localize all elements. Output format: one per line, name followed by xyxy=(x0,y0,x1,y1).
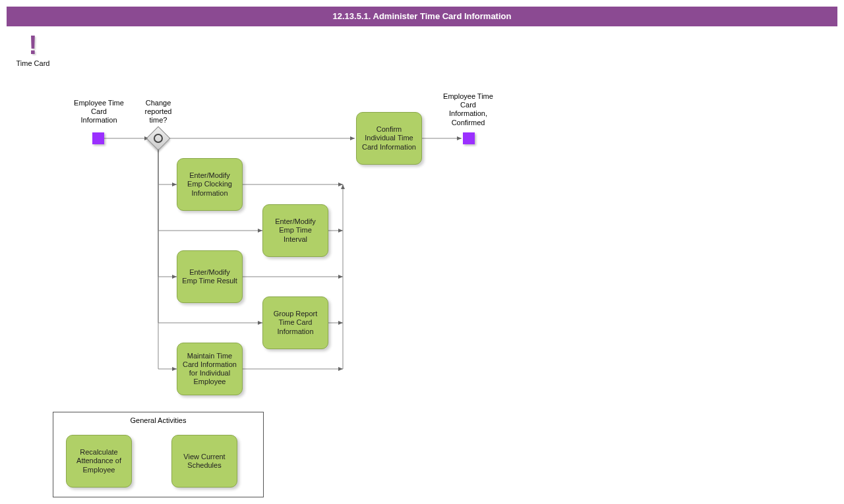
activity-maintain-label: Maintain Time Card Information for Indiv… xyxy=(181,352,238,387)
activity-result-label: Enter/Modify Emp Time Result xyxy=(181,268,238,285)
time-card-label: Time Card xyxy=(13,59,53,67)
activity-interval[interactable]: Enter/Modify Emp Time Interval xyxy=(262,204,328,257)
activity-clocking[interactable]: Enter/Modify Emp Clocking Information xyxy=(177,158,243,211)
activity-interval-label: Enter/Modify Emp Time Interval xyxy=(267,217,324,244)
activity-group-report[interactable]: Group Report Time Card Information xyxy=(262,296,328,349)
activity-group-report-label: Group Report Time Card Information xyxy=(267,310,324,336)
group-title: General Activities xyxy=(53,412,263,424)
end-event[interactable] xyxy=(463,132,475,144)
start-label: Employee Time Card Information xyxy=(73,99,125,125)
end-label: Employee Time Card Information, Confirme… xyxy=(442,92,495,127)
activity-result[interactable]: Enter/Modify Emp Time Result xyxy=(177,250,243,303)
title-text: 12.13.5.1. Administer Time Card Informat… xyxy=(333,11,512,21)
activity-confirm-label: Confirm Individual Time Card Information xyxy=(361,125,417,152)
gateway-change-reported-time[interactable] xyxy=(146,126,171,151)
start-event[interactable] xyxy=(92,132,104,144)
exclamation-icon: ! xyxy=(13,32,53,58)
activity-recalculate-label: Recalculate Attendance of Employee xyxy=(71,448,127,474)
activity-view-schedules[interactable]: View Current Schedules xyxy=(171,435,237,488)
activity-maintain[interactable]: Maintain Time Card Information for Indiv… xyxy=(177,343,243,395)
gateway-label: Change reported time? xyxy=(138,99,178,125)
activity-clocking-label: Enter/Modify Emp Clocking Information xyxy=(181,171,238,198)
title-bar: 12.13.5.1. Administer Time Card Informat… xyxy=(7,7,837,26)
activity-view-schedules-label: View Current Schedules xyxy=(176,453,233,470)
activity-confirm[interactable]: Confirm Individual Time Card Information xyxy=(356,112,422,165)
time-card-marker: ! Time Card xyxy=(13,32,53,67)
activity-recalculate[interactable]: Recalculate Attendance of Employee xyxy=(66,435,132,488)
